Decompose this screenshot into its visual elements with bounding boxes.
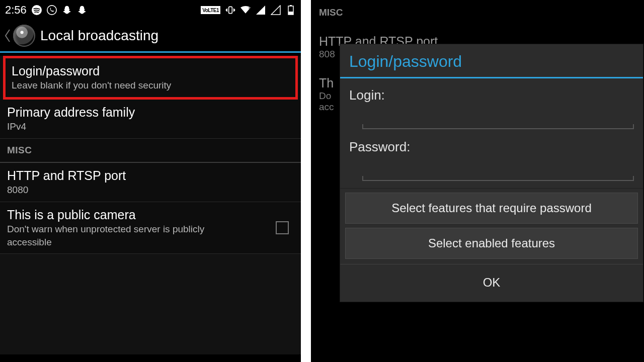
page-title: Local broadcasting [40,28,158,44]
left-empty-area [0,254,301,354]
select-enabled-features-button[interactable]: Select enabled features [345,228,638,259]
row-primary-address-family[interactable]: Primary address family IPv4 [0,100,301,139]
login-label: Login: [349,84,634,106]
row-family-title: Primary address family [7,105,294,120]
svg-point-1 [47,6,56,15]
wifi-icon: x [240,5,251,15]
row-login-password[interactable]: Login/password Leave blank if you don't … [3,56,298,100]
signal-full-icon [256,5,266,15]
row-public-title: This is a public camera [7,207,244,223]
vibrate-icon [225,5,235,15]
dialog-separator [340,188,643,189]
signal-empty-icon [271,5,281,15]
login-input[interactable] [362,109,634,129]
back-chevron-icon[interactable] [3,20,12,52]
row-family-sub: IPv4 [7,120,294,133]
section-header-misc: MISC [0,139,301,163]
row-port-title: HTTP and RTSP port [7,168,294,184]
login-password-dialog: Login/password Login: Password: Select f… [340,44,643,302]
svg-rect-4 [290,5,292,6]
password-input[interactable] [362,161,634,181]
battery-icon [286,5,296,15]
dialog-title-underline [340,77,643,78]
dialog-body: Login: Password: [340,82,643,181]
spotify-icon [32,5,42,15]
status-left: 2:56 [5,4,87,17]
left-screen: 2:56 VoLTE1 x [0,0,301,362]
row-http-rtsp-port[interactable]: HTTP and RTSP port 8080 [0,163,301,202]
svg-rect-5 [288,12,293,15]
snapchat-icon-2 [77,5,87,15]
row-port-sub: 8080 [7,184,294,197]
right-background: MISC HTTP and RTSP port 808 Th Do acc Lo… [311,0,644,362]
row-login-sub: Leave blank if you don't need security [12,79,289,92]
volte-badge: VoLTE1 [201,6,220,14]
app-lens-icon [13,25,35,47]
whatsapp-icon [47,5,57,15]
bg-misc-header: MISC [311,0,644,21]
public-camera-checkbox[interactable] [276,221,289,234]
row-public-sub: Don't warn when unprotected server is pu… [7,223,244,248]
title-bar[interactable]: Local broadcasting [0,20,301,53]
row-login-title: Login/password [12,63,289,79]
svg-text:x: x [249,6,251,10]
password-label: Password: [349,136,634,158]
row-public-camera[interactable]: This is a public camera Don't warn when … [0,202,301,254]
status-clock: 2:56 [5,4,27,17]
status-right: VoLTE1 x [201,5,296,15]
right-screen: MISC HTTP and RTSP port 808 Th Do acc Lo… [311,0,644,362]
screenshot-divider [301,0,311,362]
snapchat-icon [62,5,72,15]
svg-rect-2 [229,7,232,13]
ok-button[interactable]: OK [340,264,643,302]
select-features-require-password-button[interactable]: Select features that require password [345,193,638,224]
settings-list: Login/password Leave blank if you don't … [0,56,301,254]
status-bar: 2:56 VoLTE1 x [0,0,301,20]
dialog-title: Login/password [340,44,643,77]
